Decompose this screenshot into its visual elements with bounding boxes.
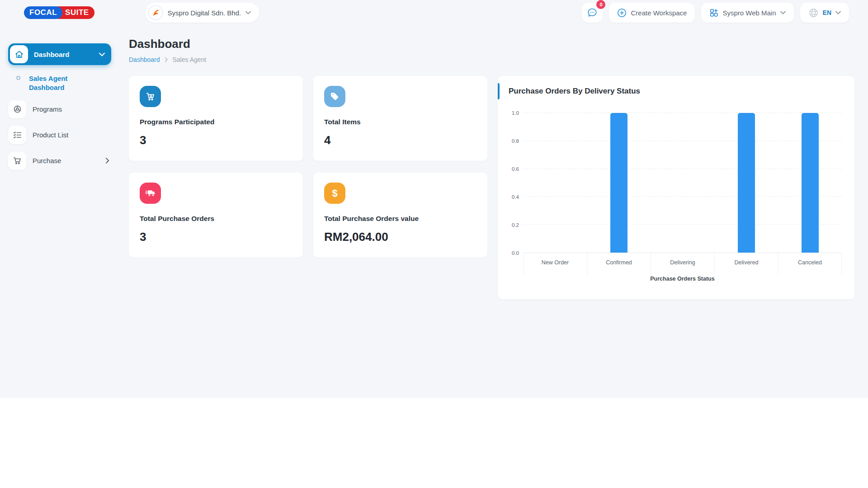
y-tick-label: 1.0 xyxy=(512,110,519,116)
sidebar-item-label: Programs xyxy=(33,105,62,113)
y-tick-label: 0.4 xyxy=(512,194,519,200)
sidebar-item-product-list[interactable]: Product List xyxy=(8,126,111,144)
stat-cards: Programs Participated 3 Total Items 4 xyxy=(129,76,487,258)
sidebar-item-dashboard[interactable]: Dashboard xyxy=(8,43,111,65)
sidebar-item-sales-agent-dashboard[interactable]: Sales Agent Dashboard xyxy=(8,74,111,93)
card-total-purchase-orders: Total Purchase Orders 3 xyxy=(129,173,303,258)
bar-column xyxy=(651,113,714,253)
chart-title: Purchase Orders By Delivery Status xyxy=(498,76,854,96)
sidebar: Dashboard Sales Agent Dashboard Programs xyxy=(0,25,119,170)
chevron-down-icon xyxy=(99,52,105,56)
sidebar-item-label: Dashboard xyxy=(34,51,69,58)
stat-value: 3 xyxy=(140,230,292,244)
bar-canceled xyxy=(802,113,819,253)
breadcrumb-current: Sales Agent xyxy=(173,56,207,63)
chat-badge: 0 xyxy=(596,0,605,9)
focal-suite-logo: FOCAL SUITE xyxy=(24,6,94,19)
chart-y-axis: 0.00.20.40.60.81.0 xyxy=(502,113,523,253)
globe-icon xyxy=(808,8,819,18)
y-tick-label: 0.2 xyxy=(512,222,519,228)
steering-wheel-icon xyxy=(8,100,26,118)
chevron-down-icon xyxy=(245,11,251,14)
breadcrumb-dashboard-link[interactable]: Dashboard xyxy=(129,56,160,63)
content-row: Programs Participated 3 Total Items 4 xyxy=(129,76,854,299)
chevron-down-icon xyxy=(835,11,841,14)
plus-circle-icon xyxy=(617,8,627,18)
chat-icon xyxy=(587,7,598,18)
language-code: EN xyxy=(823,9,831,16)
bar-column xyxy=(587,113,651,253)
card-total-purchase-orders-value: $ Total Purchase Orders value RM2,064.00 xyxy=(313,173,487,258)
dollar-icon: $ xyxy=(324,183,345,204)
chart-card: Purchase Orders By Delivery Status 0.00.… xyxy=(498,76,854,299)
app-root: FOCAL SUITE Syspro Digital Sdn. Bhd. xyxy=(0,0,868,398)
sidebar-item-programs[interactable]: Programs xyxy=(8,100,111,118)
chevron-right-icon xyxy=(165,57,168,62)
x-tick-label: Canceled xyxy=(778,253,842,275)
x-tick-label: New Order xyxy=(523,253,587,275)
checklist-icon xyxy=(8,126,26,144)
sidebar-item-purchase[interactable]: Purchase xyxy=(8,152,111,170)
company-name: Syspro Digital Sdn. Bhd. xyxy=(168,9,241,17)
language-selector[interactable]: EN xyxy=(800,3,849,23)
y-tick-label: 0.8 xyxy=(512,138,519,144)
stat-value: 3 xyxy=(140,133,292,147)
chevron-down-icon xyxy=(780,11,786,14)
bar-chart: 0.00.20.40.60.81.0 xyxy=(502,113,842,253)
stat-label: Total Purchase Orders xyxy=(140,215,292,223)
create-workspace-button[interactable]: Create Workspace xyxy=(609,3,695,23)
chart-accent-bar xyxy=(498,83,500,99)
topbar-actions: 0 Create Workspace Syspro Web xyxy=(582,3,849,23)
bullet-circle-icon xyxy=(16,76,20,80)
company-selector[interactable]: Syspro Digital Sdn. Bhd. xyxy=(145,3,259,23)
stat-label: Total Purchase Orders value xyxy=(324,215,476,223)
x-tick-label: Delivering xyxy=(651,253,714,275)
main-content: Dashboard Dashboard Sales Agent Programs… xyxy=(119,25,868,299)
cart-icon xyxy=(8,152,26,170)
chart-plot xyxy=(523,113,842,253)
stat-label: Total Items xyxy=(324,118,476,126)
chart-x-axis: New OrderConfirmedDeliveringDeliveredCan… xyxy=(523,253,842,275)
chart-x-axis-title: Purchase Orders Status xyxy=(523,276,842,282)
chevron-right-icon xyxy=(105,158,109,164)
sidebar-item-label: Product List xyxy=(33,131,68,139)
sidebar-item-label: Purchase xyxy=(33,157,61,164)
workspace-name: Syspro Web Main xyxy=(722,9,776,17)
bar-delivered xyxy=(738,113,755,253)
bar-column xyxy=(523,113,587,253)
page-title: Dashboard xyxy=(129,37,854,51)
workspace-selector[interactable]: Syspro Web Main xyxy=(701,3,793,23)
y-tick-label: 0.0 xyxy=(512,250,519,256)
bar-column xyxy=(778,113,842,253)
bar-column xyxy=(714,113,778,253)
stat-value: 4 xyxy=(324,133,476,147)
sidebar-subitem-label: Sales Agent Dashboard xyxy=(29,74,97,93)
logo-focal: FOCAL xyxy=(24,6,62,19)
stat-value: RM2,064.00 xyxy=(324,230,476,244)
logo-suite: SUITE xyxy=(58,6,94,19)
truck-icon xyxy=(140,183,161,204)
card-programs-participated: Programs Participated 3 xyxy=(129,76,303,161)
x-tick-label: Confirmed xyxy=(587,253,651,275)
y-tick-label: 0.6 xyxy=(512,166,519,172)
stat-label: Programs Participated xyxy=(140,118,292,126)
card-total-items: Total Items 4 xyxy=(313,76,487,161)
workspace-grid-icon xyxy=(709,8,718,17)
tag-icon xyxy=(324,86,345,107)
home-icon xyxy=(10,45,28,63)
chat-button[interactable]: 0 xyxy=(582,3,603,23)
breadcrumb: Dashboard Sales Agent xyxy=(129,56,854,63)
topbar: FOCAL SUITE Syspro Digital Sdn. Bhd. xyxy=(0,0,868,25)
bar-confirmed xyxy=(610,113,627,253)
x-tick-label: Delivered xyxy=(714,253,778,275)
cart-plus-icon xyxy=(140,86,161,107)
create-workspace-label: Create Workspace xyxy=(631,9,687,17)
company-logo-icon xyxy=(148,5,163,20)
